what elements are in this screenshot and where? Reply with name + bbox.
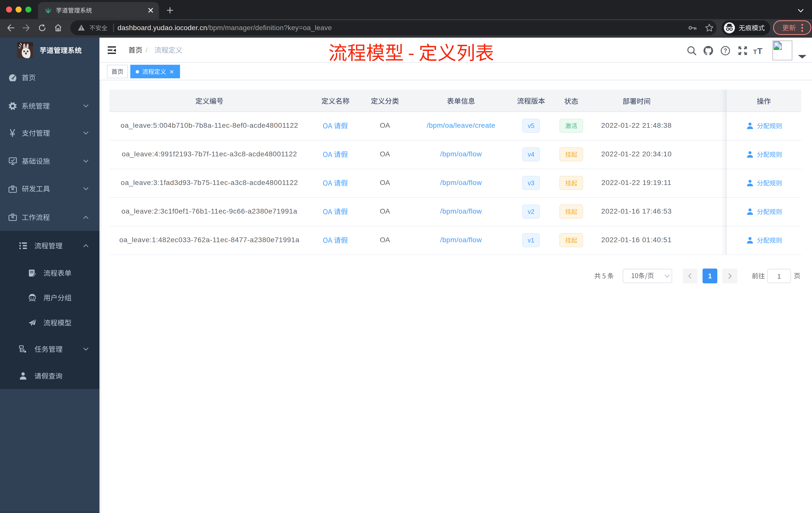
svg-text:?: ? xyxy=(724,48,727,54)
